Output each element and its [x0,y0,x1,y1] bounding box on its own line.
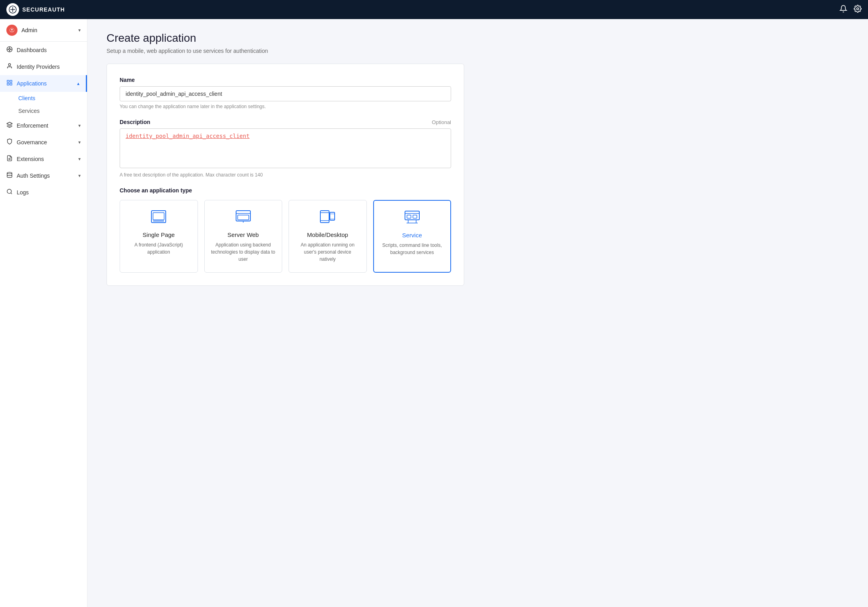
svg-point-4 [9,48,10,50]
service-icon [380,210,444,227]
name-field-group: Name You can change the application name… [120,77,451,109]
description-label: Description [120,119,150,125]
enforcement-chevron-icon: ▾ [78,123,81,128]
description-field-group: Description Optional A free text descrip… [120,119,451,178]
sidebar-item-dashboards[interactable]: Dashboards [0,42,87,58]
sidebar-sub-item-services[interactable]: Services [18,105,87,117]
auth-settings-chevron-icon: ▾ [78,173,81,178]
logo-icon [6,3,19,16]
notification-icon[interactable] [839,5,847,15]
svg-rect-21 [153,221,164,221]
sidebar: Admin ▾ Dashboards [0,19,87,607]
logo-text: SECUREAUTH [22,6,65,13]
single-page-icon [126,210,191,227]
sidebar-item-extensions[interactable]: Extensions ▾ [0,151,87,167]
app-type-grid: Single Page A frontend (JavaScript) appl… [120,200,451,273]
governance-label: Governance [17,139,47,145]
service-desc: Scripts, command line tools, background … [380,242,444,256]
svg-point-16 [7,172,12,174]
svg-rect-22 [236,211,250,221]
admin-menu[interactable]: Admin ▾ [0,19,87,42]
server-web-name: Server Web [211,231,276,238]
svg-point-2 [11,29,13,31]
mobile-desktop-name: Mobile/Desktop [295,231,360,238]
admin-label: Admin [21,27,37,33]
page-title: Create application [107,32,849,45]
logs-icon [6,188,13,196]
svg-rect-13 [10,83,12,85]
svg-rect-20 [153,213,164,220]
logo-area: SECUREAUTH [6,3,65,16]
admin-left: Admin [6,25,37,36]
identity-providers-icon [6,63,13,71]
create-application-form: Name You can change the application name… [107,64,464,286]
sidebar-item-logs[interactable]: Logs [0,184,87,201]
svg-rect-12 [7,83,9,85]
app-type-section: Choose an application type Single Page [120,187,451,273]
svg-point-9 [8,64,10,66]
sidebar-item-identity-providers[interactable]: Identity Providers [0,58,87,75]
description-hint: A free text description of the applicati… [120,172,451,178]
identity-providers-label: Identity Providers [17,64,60,70]
sidebar-sub-item-clients[interactable]: Clients [18,92,87,105]
name-hint: You can change the application name late… [120,104,451,109]
extensions-icon [6,155,13,163]
settings-icon[interactable] [854,5,862,15]
admin-chevron-icon: ▾ [78,27,81,33]
description-optional: Optional [432,119,451,125]
applications-label: Applications [17,80,47,87]
app-type-mobile-desktop[interactable]: Mobile/Desktop An application running on… [289,200,367,273]
single-page-desc: A frontend (JavaScript) application [126,241,191,256]
app-type-label: Choose an application type [120,187,451,194]
single-page-name: Single Page [126,231,191,238]
auth-settings-icon [6,172,13,180]
svg-line-18 [11,193,12,194]
svg-point-1 [857,8,859,10]
name-input[interactable] [120,86,451,101]
svg-point-17 [7,189,12,194]
svg-rect-36 [413,215,417,218]
app-type-service[interactable]: Service Scripts, command line tools, bac… [373,200,451,273]
app-type-single-page[interactable]: Single Page A frontend (JavaScript) appl… [120,200,198,273]
server-web-desc: Application using backend technologies t… [211,241,276,263]
enforcement-icon [6,122,13,130]
main-layout: Admin ▾ Dashboards [0,19,868,607]
logs-label: Logs [17,189,29,196]
extensions-chevron-icon: ▾ [78,156,81,162]
svg-rect-11 [10,80,12,82]
governance-icon [6,138,13,146]
description-textarea[interactable] [120,128,451,168]
dashboard-icon [6,46,13,54]
mobile-desktop-icon [295,210,360,227]
svg-rect-24 [238,215,249,220]
page-subtitle: Setup a mobile, web application to use s… [107,48,849,54]
sidebar-item-applications[interactable]: Applications ▴ [0,75,87,92]
mobile-desktop-desc: An application running on user's persona… [295,241,360,263]
sidebar-item-enforcement[interactable]: Enforcement ▾ [0,117,87,134]
svg-rect-10 [7,80,9,82]
enforcement-label: Enforcement [17,122,48,129]
applications-sub-menu: Clients Services [0,92,87,117]
dashboards-label: Dashboards [17,47,47,53]
auth-settings-label: Auth Settings [17,173,50,179]
svg-rect-35 [407,215,411,218]
page-content: Create application Setup a mobile, web a… [87,19,868,607]
applications-icon [6,80,13,87]
top-navigation: SECUREAUTH [0,0,868,19]
server-web-icon [211,210,276,227]
sidebar-item-governance[interactable]: Governance ▾ [0,134,87,151]
app-type-server-web[interactable]: Server Web Application using backend tec… [204,200,283,273]
service-name: Service [380,232,444,239]
applications-chevron-icon: ▴ [77,81,79,86]
topnav-actions [839,5,862,15]
name-label: Name [120,77,451,83]
governance-chevron-icon: ▾ [78,140,81,145]
extensions-label: Extensions [17,156,44,162]
sidebar-item-auth-settings[interactable]: Auth Settings ▾ [0,167,87,184]
admin-avatar [6,25,17,36]
